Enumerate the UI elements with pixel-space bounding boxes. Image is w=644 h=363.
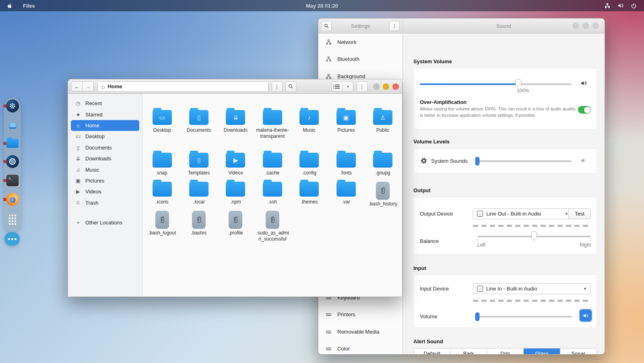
alert-sound-option[interactable]: Bark (450, 348, 487, 355)
output-device-label: Output Device (420, 211, 453, 217)
search-button[interactable] (285, 81, 296, 92)
power-icon[interactable] (631, 3, 637, 9)
sidebar-item[interactable]: + Other Locations (71, 217, 139, 228)
alert-sound-option[interactable]: Glass (524, 348, 560, 355)
sidebar-item[interactable]: ▯ Documents (71, 142, 139, 153)
sidebar-item[interactable]: ▣ Pictures (71, 175, 139, 186)
alert-sound-option[interactable]: Drip (487, 348, 524, 355)
balance-handle[interactable] (531, 231, 537, 239)
dock-item-blue-app[interactable] (6, 118, 19, 131)
file-item[interactable]: .sudo_as_admin_successful (254, 211, 291, 243)
file-item[interactable]: .icons (144, 182, 180, 207)
minimize-button[interactable] (373, 83, 380, 90)
files-folder-icon (6, 139, 19, 148)
dock-item-settings[interactable] (6, 99, 19, 113)
maximize-button[interactable] (383, 83, 389, 90)
input-device-value: Line In - Built-in Audio (486, 286, 537, 292)
file-item[interactable]: .fonts (328, 153, 364, 176)
file-item-label: .fonts (340, 170, 352, 176)
input-volume-slider[interactable] (477, 316, 572, 317)
sidebar-item-icon: ▯ (75, 145, 81, 151)
dock-item-firefox[interactable] (6, 193, 19, 206)
input-device-dropdown[interactable]: ♪ Line In - Built-in Audio ▼ (473, 283, 591, 294)
file-item[interactable]: ▭ Desktop (144, 110, 180, 140)
file-item[interactable]: .ssh (254, 182, 291, 207)
file-item[interactable]: .profile (217, 211, 254, 243)
file-item[interactable]: .bash_history (364, 182, 401, 207)
file-item[interactable]: .var (328, 182, 364, 207)
path-menu-button[interactable]: ⋮ (272, 81, 283, 92)
volume-levels-heading: Volume Levels (413, 139, 450, 145)
clock[interactable]: May 28 01:20 (0, 3, 644, 9)
sidebar-item[interactable]: ♲ Trash (71, 197, 139, 208)
file-item[interactable]: .bash_logout (144, 211, 180, 243)
file-item[interactable]: snap (144, 153, 180, 176)
sidebar-item-label: Pictures (85, 178, 104, 184)
sidebar-item[interactable]: ⌂ Home (71, 120, 139, 131)
system-sounds-handle[interactable] (475, 157, 480, 166)
output-device-dropdown[interactable]: ♪ Line Out - Built-in Audio ▼ (473, 208, 572, 219)
dock-item-files[interactable] (6, 137, 19, 150)
file-item[interactable]: .local (180, 182, 217, 207)
settings-nav-item[interactable]: Removable Media (318, 323, 402, 340)
volume-icon[interactable] (617, 2, 624, 9)
file-item[interactable]: ▯ Documents (180, 110, 217, 140)
system-volume-handle[interactable] (516, 79, 522, 87)
file-item[interactable]: .cache (254, 153, 291, 176)
file-item[interactable]: materia-theme-transparent (254, 110, 291, 140)
settings-nav-item[interactable]: Network (318, 33, 402, 51)
balance-slider[interactable]: Left Right (477, 236, 591, 237)
file-item[interactable]: ▯ Templates (180, 153, 217, 176)
file-item[interactable]: .bashrc (180, 211, 217, 243)
file-item-label: .cache (265, 170, 279, 176)
sidebar-item-icon: ◷ (75, 100, 81, 106)
sidebar-item[interactable]: ▭ Desktop (71, 131, 139, 142)
test-button[interactable]: Test (568, 208, 591, 219)
network-icon[interactable] (604, 2, 611, 9)
file-item[interactable]: .gnupg (364, 153, 401, 176)
path-bar[interactable]: ⌂ Home (97, 81, 268, 92)
sidebar-item[interactable]: ▶ Videos (71, 186, 139, 197)
running-indicator (3, 142, 6, 145)
file-item[interactable]: .config (291, 153, 328, 176)
file-item[interactable]: .npm (217, 182, 254, 207)
sidebar-item[interactable]: ◷ Recent (71, 98, 139, 109)
settings-nav-icon (325, 311, 332, 317)
input-mute-button[interactable] (580, 309, 592, 322)
alert-sound-option[interactable]: Sonar (560, 348, 597, 355)
file-item[interactable]: ▣ Pictures (328, 110, 364, 140)
settings-nav-item[interactable]: Printers (318, 306, 402, 324)
balance-left-label: Left (477, 242, 485, 248)
settings-nav-label: Removable Media (337, 329, 380, 335)
dock-more-button[interactable] (4, 232, 20, 246)
file-item-label: Templates (188, 170, 210, 176)
file-item[interactable]: ♪ Music (291, 110, 328, 140)
dock-item-terminal[interactable]: >_ (6, 174, 19, 187)
dock-item-control-center[interactable] (6, 155, 19, 168)
settings-nav-item[interactable]: Bluetooth (318, 51, 402, 68)
settings-search-button[interactable] (321, 21, 332, 31)
over-amplification-toggle[interactable] (578, 106, 591, 114)
alert-sound-option[interactable]: Default (414, 348, 450, 355)
view-options-button[interactable]: ▾ (343, 81, 353, 92)
system-volume-slider[interactable] (420, 83, 572, 85)
file-item[interactable]: ♙ Public (364, 110, 401, 140)
sidebar-item[interactable]: ★ Starred (71, 109, 139, 120)
file-item[interactable]: .themes (291, 182, 328, 207)
forward-button[interactable]: → (83, 81, 94, 91)
file-item[interactable]: ⇊ Downloads (217, 110, 254, 140)
sidebar-item[interactable]: ♫ Music (71, 164, 139, 175)
settings-nav-item[interactable]: Color (318, 340, 402, 355)
input-volume-handle[interactable] (475, 312, 480, 321)
close-button[interactable] (392, 83, 399, 90)
file-item[interactable]: ▶ Videos (217, 153, 254, 176)
list-view-button[interactable] (332, 81, 343, 92)
system-sounds-gear-icon (420, 157, 428, 165)
sidebar-item[interactable]: ⇊ Downloads (71, 153, 139, 164)
settings-menu-button[interactable]: ⋮ (389, 21, 400, 31)
window-menu-button[interactable]: ⋮ (357, 81, 367, 92)
speaker-icon-dim (580, 157, 588, 164)
dock-item-app-grid[interactable] (6, 213, 19, 226)
back-button[interactable]: ← (71, 81, 83, 91)
system-sounds-slider[interactable] (477, 160, 572, 162)
